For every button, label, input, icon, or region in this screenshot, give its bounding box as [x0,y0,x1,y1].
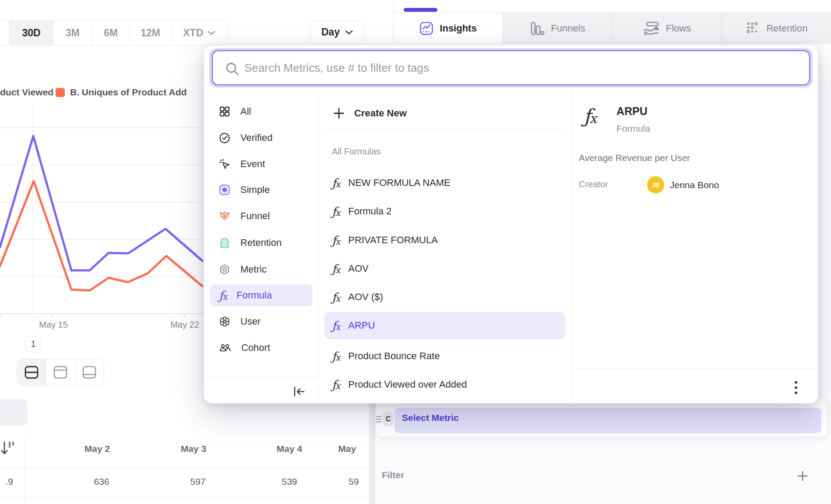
time-range-12m[interactable]: 12M [130,21,172,45]
sidebar-footer-divider [204,377,318,377]
create-new-button[interactable]: Create New [333,102,407,124]
formula-fx-icon: ƒx [332,350,339,363]
sidebar-item-label: Simple [240,184,270,196]
page-number-button[interactable]: 1 [25,336,42,352]
tab-retention[interactable]: Retention [722,13,831,44]
detail-footer-divider [571,368,818,369]
table-cell: 59 [338,476,369,487]
detail-description: Average Revenue per User [579,153,690,163]
insights-chart-icon [419,21,433,35]
sidebar-item-label: Metric [240,264,267,275]
layout-top-bar-button[interactable] [46,359,75,385]
sidebar-item-label: Event [240,158,265,170]
tab-label: Funnels [551,23,585,34]
metric-search-dropdown: All Verified Event [204,46,818,403]
more-options-icon[interactable] [792,379,799,396]
table-header-may3[interactable]: May 3 [158,444,229,454]
detail-title: ARPU [616,105,648,118]
sidebar-item-event[interactable]: Event [210,153,313,175]
table-cell: .9 [0,476,13,487]
time-range-3m[interactable]: 3M [53,21,92,45]
granularity-select[interactable]: Day [310,21,364,44]
event-cursor-icon [219,158,230,170]
tab-flows[interactable]: Flows [613,13,722,44]
table-header-may5[interactable]: May [325,444,369,454]
sidebar-item-formula[interactable]: ƒx Formula [210,284,313,306]
formula-list-item-arpu[interactable]: ƒx ARPU [324,312,565,339]
tab-insights[interactable]: Insights [394,13,503,44]
detail-type-label: Formula [616,123,650,134]
tab-label: Flows [666,23,691,34]
formula-item-label: ARPU [348,320,375,331]
sidebar-item-cohort[interactable]: Cohort [210,337,313,359]
formula-fx-icon-large: ƒx [584,105,595,127]
time-range-30d[interactable]: 30D [10,21,54,45]
avatar: JB [647,176,664,193]
sidebar-item-metric[interactable]: Metric [210,259,313,280]
formula-fx-icon: ƒx [332,319,339,332]
creator-label: Creator [579,179,608,189]
verified-badge-icon [219,132,230,144]
formula-list-item[interactable]: ƒx Formula 2 [324,200,565,223]
formula-fx-icon: ƒx [332,234,339,247]
create-new-label: Create New [354,108,407,119]
legend-item-b[interactable]: B. Uniques of Product Add [56,87,187,98]
time-range-6m[interactable]: 6M [92,21,130,45]
formula-item-label: Product Bounce Rate [348,350,440,362]
layout-split-rows-button[interactable] [17,359,46,385]
sidebar-item-verified[interactable]: Verified [210,127,313,149]
report-tab-strip: Insights Funnels [393,12,831,44]
table-header-may2[interactable]: May 2 [62,444,132,454]
formula-item-label: Product Viewed over Added [348,379,467,390]
top-divider [393,0,394,12]
sort-icon[interactable] [1,440,14,458]
sidebar-item-all[interactable]: All [210,101,313,122]
time-range-xtd[interactable]: XTD [171,21,227,45]
table-column-divider [25,439,26,504]
collapse-sidebar-icon[interactable] [292,386,306,397]
flows-wave-icon [643,21,660,36]
add-filter-icon[interactable] [797,470,808,482]
panel-gap [369,402,375,504]
time-range-cut-segment[interactable] [0,21,10,45]
formula-list-item[interactable]: ƒx Product Bounce Rate [324,345,565,368]
table-header-may4[interactable]: May 4 [254,444,324,454]
drag-handle-icon[interactable] [376,415,382,424]
formula-list-item[interactable]: ƒx AOV [324,257,565,280]
cohort-people-icon [219,342,231,354]
filter-section-label: Filter [382,470,404,480]
search-input[interactable] [244,61,770,75]
formula-list-item[interactable]: ƒx NEW FORMULA NAME [324,172,565,194]
formula-item-label: AOV [348,263,368,274]
list-section-label: All Formulas [332,147,380,157]
column-divider [571,91,572,403]
select-metric-label[interactable]: Select Metric [402,413,459,423]
plus-icon [333,108,345,119]
search-icon [225,62,240,77]
formula-list-item[interactable]: ƒx AOV ($) [324,286,565,308]
layout-bottom-bar-button[interactable] [75,359,104,385]
formula-fx-icon: ƒx [219,289,226,302]
tab-funnels[interactable]: Funnels [503,13,613,44]
sidebar-item-label: Retention [240,237,282,248]
sidebar-item-label: User [240,316,261,327]
legend-label: duct Viewed [0,87,53,98]
legend-label: B. Uniques of Product Add [70,87,187,98]
search-box [212,50,810,85]
table-cell: 539 [254,476,324,487]
formula-list-item[interactable]: ƒx PRIVATE FORMULA [324,229,565,252]
sidebar-item-user[interactable]: User [210,311,313,332]
legend-item-a[interactable]: duct Viewed [0,87,53,98]
sidebar-item-funnel[interactable]: Funnel [210,205,313,227]
formula-list-item[interactable]: ƒx Product Viewed over Added [324,373,565,396]
time-range-control: 30D 3M 6M 12M XTD [0,20,228,46]
list-divider [325,130,564,130]
retention-dots-icon [745,21,760,36]
formula-fx-icon: ƒx [332,262,339,276]
sidebar-item-retention[interactable]: Retention [210,232,313,254]
active-report-indicator [404,8,437,12]
x-axis-label: May 22 [158,320,211,330]
column-divider [318,91,319,403]
sidebar-item-simple[interactable]: Simple [210,179,313,201]
series-letter-badge: C [383,412,394,426]
